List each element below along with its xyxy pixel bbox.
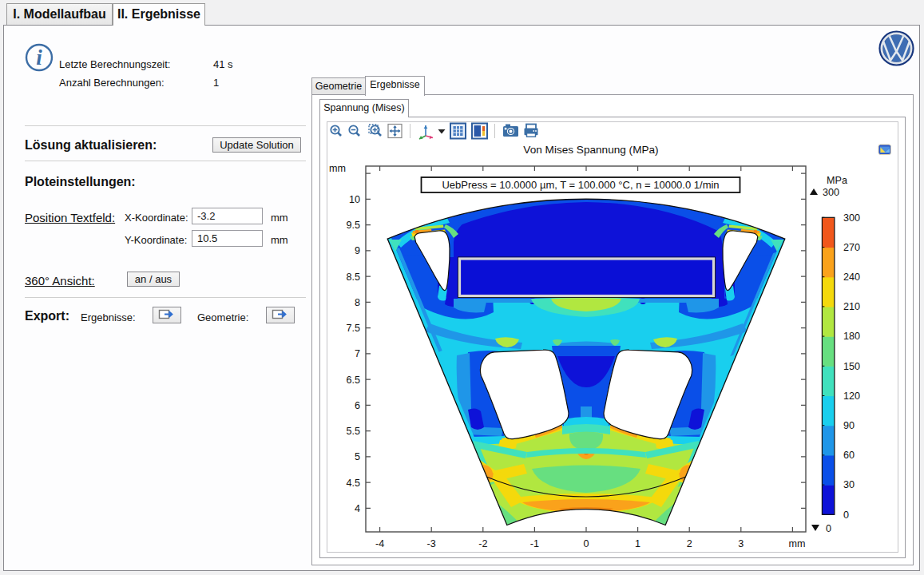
svg-text:6: 6 bbox=[355, 400, 360, 411]
svg-text:7.5: 7.5 bbox=[346, 323, 360, 334]
svg-text:MPa: MPa bbox=[827, 175, 847, 186]
svg-text:3: 3 bbox=[738, 538, 744, 549]
svg-text:-2: -2 bbox=[478, 538, 487, 549]
svg-text:UebPress = 10.0000 µm, T = 100: UebPress = 10.0000 µm, T = 100.000 °C, n… bbox=[442, 179, 719, 191]
svg-text:240: 240 bbox=[843, 272, 860, 283]
svg-text:-1: -1 bbox=[530, 538, 539, 549]
svg-text:300: 300 bbox=[823, 187, 839, 198]
svg-text:-3: -3 bbox=[427, 538, 436, 549]
svg-text:30: 30 bbox=[843, 479, 855, 490]
svg-text:0: 0 bbox=[583, 538, 589, 549]
svg-text:150: 150 bbox=[843, 361, 860, 372]
svg-text:210: 210 bbox=[843, 301, 860, 312]
svg-text:7: 7 bbox=[355, 348, 360, 359]
svg-text:90: 90 bbox=[843, 420, 855, 431]
svg-text:8.5: 8.5 bbox=[346, 272, 360, 283]
svg-text:10: 10 bbox=[349, 194, 360, 205]
svg-text:5: 5 bbox=[355, 451, 360, 462]
svg-text:-4: -4 bbox=[375, 538, 384, 549]
svg-text:180: 180 bbox=[843, 331, 860, 342]
svg-text:0: 0 bbox=[843, 510, 849, 521]
svg-text:120: 120 bbox=[843, 391, 860, 402]
svg-text:mm: mm bbox=[329, 163, 346, 174]
svg-text:mm: mm bbox=[789, 538, 806, 549]
svg-text:60: 60 bbox=[843, 450, 855, 461]
svg-text:5.5: 5.5 bbox=[346, 426, 360, 437]
svg-text:6.5: 6.5 bbox=[346, 375, 360, 386]
svg-text:270: 270 bbox=[843, 242, 860, 253]
svg-text:9.5: 9.5 bbox=[346, 220, 360, 231]
svg-text:1: 1 bbox=[635, 538, 640, 549]
svg-text:4.5: 4.5 bbox=[346, 478, 360, 489]
svg-text:2: 2 bbox=[687, 538, 692, 549]
svg-text:8: 8 bbox=[355, 297, 360, 308]
svg-text:i: i bbox=[36, 46, 42, 69]
svg-text:0: 0 bbox=[826, 523, 831, 534]
svg-text:300: 300 bbox=[843, 212, 860, 224]
svg-text:4: 4 bbox=[355, 503, 360, 514]
svg-text:9: 9 bbox=[355, 245, 360, 256]
svg-text:Von Mises Spannung (MPa): Von Mises Spannung (MPa) bbox=[523, 144, 658, 156]
